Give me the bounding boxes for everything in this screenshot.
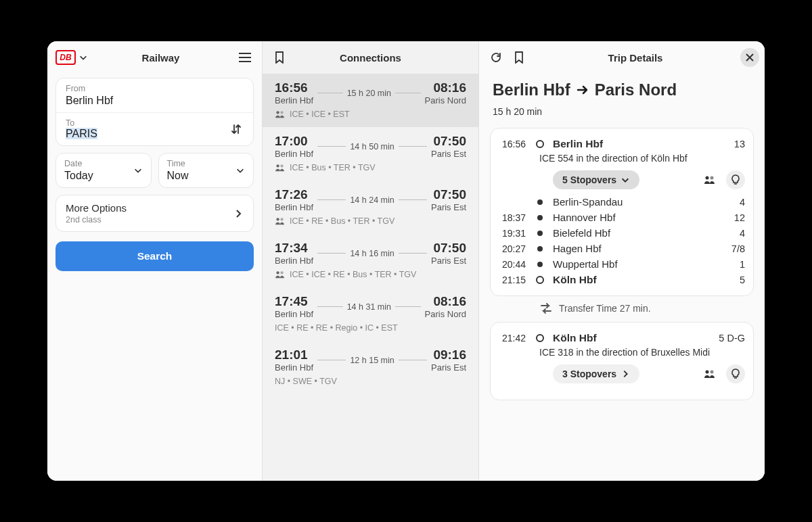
connections-title: Connections — [291, 52, 450, 64]
svg-point-9 — [710, 176, 714, 180]
dep-station: Berlin Hbf — [275, 202, 313, 212]
date-selector[interactable]: Date Today — [56, 153, 151, 187]
dep-station: Berlin Hbf — [275, 362, 313, 373]
trip-segments[interactable]: 16:56 Berlin Hbf 13 ICE 554 in the direc… — [479, 121, 765, 470]
arrow-right-icon — [576, 83, 589, 97]
stop-name: Berlin-Spandau — [553, 196, 711, 208]
to-value: PARIS — [66, 128, 97, 139]
stop-name: Bielefeld Hbf — [553, 227, 711, 239]
duration: 15 h 20 min — [317, 89, 421, 98]
chevron-down-icon — [78, 53, 88, 62]
transfer-info: Transfer Time 27 min. — [540, 303, 754, 314]
close-icon — [746, 53, 754, 62]
station-dot-minor — [537, 262, 543, 267]
dep-station: Berlin Hbf — [275, 95, 313, 105]
passengers-icon — [704, 175, 716, 185]
trip-details-pane: Trip Details Berlin Hbf Paris Nord 15 h … — [479, 41, 765, 481]
transfer-text: Transfer Time 27 min. — [559, 303, 651, 314]
time-value: Now — [167, 170, 189, 182]
connections-list[interactable]: 16:56Berlin Hbf15 h 20 min08:16Paris Nor… — [263, 74, 478, 481]
transfer-icon — [540, 303, 552, 314]
stopover-row: 18:37Hannover Hbf12 — [496, 212, 745, 223]
dep-station: Köln Hbf — [553, 332, 704, 344]
connections-pane: Connections 16:56Berlin Hbf15 h 20 min08… — [263, 41, 479, 481]
station-dot-minor — [537, 199, 543, 205]
svg-point-4 — [276, 218, 279, 220]
more-options-sub: 2nd class — [66, 215, 127, 224]
more-options-button[interactable]: More Options 2nd class — [55, 195, 254, 232]
train-types: ICE • ICE • RE • Bus • TER • TGV — [290, 270, 416, 279]
remarks-button[interactable] — [726, 170, 745, 189]
duration: 12 h 15 min — [317, 356, 427, 365]
stopover-row: Berlin-Spandau4 — [496, 196, 745, 208]
dep-time: 16:56 — [496, 139, 527, 149]
stopovers-label: 3 Stopovers — [562, 369, 616, 379]
trip-to: Paris Nord — [595, 80, 677, 99]
passengers-icon — [275, 164, 286, 172]
stopover-row: 20:44Wuppertal Hbf1 — [496, 258, 745, 270]
dep-time: 17:26 — [275, 187, 313, 202]
menu-button[interactable] — [233, 46, 256, 69]
time-card: Time Now — [158, 153, 254, 188]
svg-point-11 — [710, 371, 714, 374]
search-button[interactable]: Search — [55, 241, 254, 271]
trip-segment: 16:56 Berlin Hbf 13 ICE 554 in the direc… — [490, 128, 754, 296]
dep-time: 17:34 — [275, 241, 313, 256]
station-dot-minor — [537, 231, 543, 236]
time-selector[interactable]: Time Now — [159, 153, 254, 187]
reload-icon — [490, 51, 502, 64]
app-title: Railway — [88, 52, 233, 64]
passengers-icon — [275, 110, 286, 118]
provider-selector[interactable]: DB — [53, 50, 88, 65]
connection-item[interactable]: 17:45Berlin Hbf14 h 31 min08:16Paris Nor… — [263, 287, 478, 341]
trip-from: Berlin Hbf — [493, 80, 570, 99]
search-header: DB Railway — [47, 41, 262, 74]
to-field[interactable]: To PARIS — [56, 112, 253, 145]
connection-item[interactable]: 17:00Berlin Hbf14 h 50 min07:50Paris Est… — [263, 127, 478, 181]
bookmark-trip-button[interactable] — [508, 46, 531, 69]
dep-station: Berlin Hbf — [275, 149, 313, 159]
bookmark-button[interactable] — [268, 46, 291, 69]
dep-time: 17:00 — [275, 134, 313, 149]
dep-platform: 13 — [718, 139, 745, 149]
chevron-right-icon — [233, 208, 244, 219]
connection-item[interactable]: 17:26Berlin Hbf14 h 24 min07:50Paris Est… — [263, 181, 478, 234]
stopover-row: 19:31Bielefeld Hbf4 — [496, 227, 745, 239]
close-button[interactable] — [740, 48, 759, 67]
train-types: ICE • ICE • EST — [290, 110, 350, 119]
from-field[interactable]: From Berlin Hbf — [56, 78, 253, 112]
stop-name: Hannover Hbf — [553, 212, 711, 223]
arr-time: 08:16 — [425, 80, 466, 95]
connection-item[interactable]: 17:34Berlin Hbf14 h 16 min07:50Paris Est… — [263, 234, 478, 287]
arr-time: 07:50 — [431, 241, 466, 256]
connection-item[interactable]: 21:01Berlin Hbf12 h 15 min09:16Paris Est… — [263, 341, 478, 394]
stop-platform: 4 — [718, 197, 745, 208]
arr-platform: 5 — [718, 275, 745, 285]
connection-item[interactable]: 16:56Berlin Hbf15 h 20 min08:16Paris Nor… — [263, 74, 478, 127]
date-label: Date — [64, 159, 93, 168]
stop-time: 19:31 — [496, 228, 527, 239]
lightbulb-icon — [731, 369, 740, 379]
stop-platform: 1 — [718, 259, 745, 270]
arr-station: Paris Est — [431, 362, 466, 373]
swap-icon — [230, 123, 242, 135]
dep-time: 21:42 — [496, 333, 527, 343]
duration: 14 h 31 min — [317, 302, 421, 312]
stopovers-toggle[interactable]: 3 Stopovers — [553, 364, 639, 383]
dep-station: Berlin Hbf — [275, 256, 313, 266]
reload-button[interactable] — [484, 46, 508, 69]
station-dot-minor — [537, 246, 543, 252]
dep-time: 17:45 — [275, 294, 313, 309]
dep-station: Berlin Hbf — [275, 309, 313, 319]
db-logo: DB — [55, 50, 76, 65]
station-dot-major — [536, 276, 544, 284]
stop-time: 20:44 — [496, 259, 527, 270]
trip-segment: 21:42 Köln Hbf 5 D-G ICE 318 in the dire… — [490, 322, 754, 400]
arr-station: Paris Nord — [425, 95, 466, 105]
bookmark-icon — [275, 51, 284, 64]
remarks-button[interactable] — [726, 364, 745, 383]
swap-button[interactable] — [226, 119, 246, 139]
stopovers-toggle[interactable]: 5 Stopovers — [553, 170, 639, 189]
more-options-label: More Options — [66, 202, 127, 214]
station-dot-major — [536, 334, 544, 342]
